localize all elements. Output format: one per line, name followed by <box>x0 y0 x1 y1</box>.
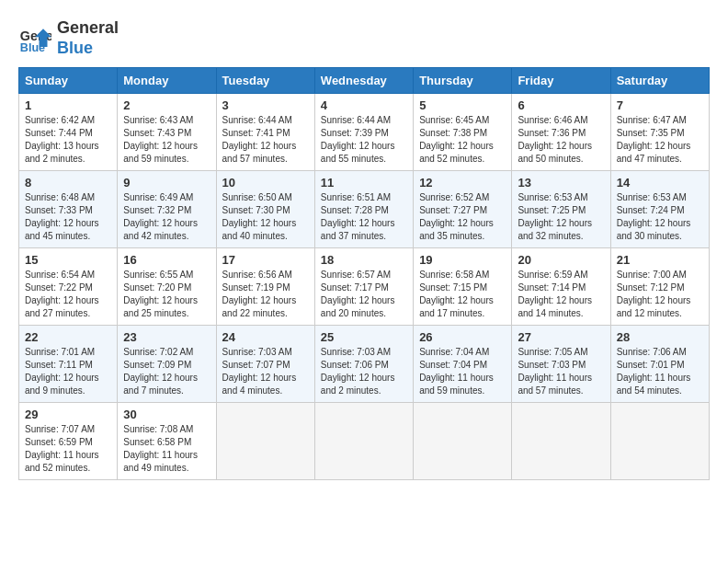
calendar-cell: 12 Sunrise: 6:52 AM Sunset: 7:27 PM Dayl… <box>414 171 512 248</box>
header-friday: Friday <box>512 68 610 94</box>
day-number: 8 <box>25 176 111 190</box>
calendar-cell: 25 Sunrise: 7:03 AM Sunset: 7:06 PM Dayl… <box>314 326 413 403</box>
day-number: 9 <box>123 176 210 190</box>
header-saturday: Saturday <box>610 68 709 94</box>
calendar-row: 15 Sunrise: 6:54 AM Sunset: 7:22 PM Dayl… <box>19 248 710 326</box>
day-info: Sunrise: 7:04 AM Sunset: 7:04 PM Dayligh… <box>419 346 506 397</box>
calendar-cell: 13 Sunrise: 6:53 AM Sunset: 7:25 PM Dayl… <box>512 171 610 248</box>
day-info: Sunrise: 6:53 AM Sunset: 7:25 PM Dayligh… <box>518 191 604 243</box>
day-number: 6 <box>518 98 604 112</box>
calendar-cell: 22 Sunrise: 7:01 AM Sunset: 7:11 PM Dayl… <box>19 326 118 403</box>
calendar-cell: 6 Sunrise: 6:46 AM Sunset: 7:36 PM Dayli… <box>512 94 610 171</box>
day-info: Sunrise: 6:48 AM Sunset: 7:33 PM Dayligh… <box>25 191 111 243</box>
day-number: 21 <box>617 253 703 267</box>
day-number: 1 <box>25 98 111 112</box>
calendar-cell: 24 Sunrise: 7:03 AM Sunset: 7:07 PM Dayl… <box>216 326 314 403</box>
calendar-table: SundayMondayTuesdayWednesdayThursdayFrid… <box>18 67 710 480</box>
day-info: Sunrise: 6:52 AM Sunset: 7:27 PM Dayligh… <box>419 191 506 243</box>
calendar-row: 29 Sunrise: 7:07 AM Sunset: 6:59 PM Dayl… <box>19 403 710 480</box>
day-number: 23 <box>123 330 210 344</box>
day-info: Sunrise: 7:07 AM Sunset: 6:59 PM Dayligh… <box>25 423 111 475</box>
day-number: 5 <box>419 98 506 112</box>
calendar-cell: 29 Sunrise: 7:07 AM Sunset: 6:59 PM Dayl… <box>19 403 118 480</box>
day-number: 3 <box>222 98 309 112</box>
calendar-row: 22 Sunrise: 7:01 AM Sunset: 7:11 PM Dayl… <box>19 326 710 403</box>
calendar-cell: 17 Sunrise: 6:56 AM Sunset: 7:19 PM Dayl… <box>216 248 314 326</box>
calendar-cell: 1 Sunrise: 6:42 AM Sunset: 7:44 PM Dayli… <box>19 94 118 171</box>
day-info: Sunrise: 7:02 AM Sunset: 7:09 PM Dayligh… <box>123 346 210 397</box>
calendar-header-row: SundayMondayTuesdayWednesdayThursdayFrid… <box>19 68 710 94</box>
day-info: Sunrise: 7:01 AM Sunset: 7:11 PM Dayligh… <box>25 346 111 397</box>
day-number: 12 <box>419 176 506 190</box>
header-wednesday: Wednesday <box>314 68 413 94</box>
calendar-cell: 26 Sunrise: 7:04 AM Sunset: 7:04 PM Dayl… <box>414 326 512 403</box>
logo: General Blue General Blue <box>18 18 119 58</box>
day-info: Sunrise: 6:57 AM Sunset: 7:17 PM Dayligh… <box>321 269 407 320</box>
day-info: Sunrise: 6:46 AM Sunset: 7:36 PM Dayligh… <box>518 114 604 166</box>
day-info: Sunrise: 7:03 AM Sunset: 7:07 PM Dayligh… <box>222 346 309 397</box>
calendar-row: 8 Sunrise: 6:48 AM Sunset: 7:33 PM Dayli… <box>19 171 710 248</box>
day-number: 26 <box>419 330 506 344</box>
calendar-cell: 30 Sunrise: 7:08 AM Sunset: 6:58 PM Dayl… <box>118 403 216 480</box>
day-info: Sunrise: 6:51 AM Sunset: 7:28 PM Dayligh… <box>321 191 407 243</box>
day-number: 20 <box>518 253 604 267</box>
calendar-cell: 8 Sunrise: 6:48 AM Sunset: 7:33 PM Dayli… <box>19 171 118 248</box>
logo-general: General <box>57 18 119 39</box>
logo-blue: Blue <box>57 39 119 59</box>
calendar-cell: 11 Sunrise: 6:51 AM Sunset: 7:28 PM Dayl… <box>314 171 413 248</box>
page-header: General Blue General Blue <box>18 18 710 58</box>
header-monday: Monday <box>118 68 216 94</box>
day-info: Sunrise: 6:49 AM Sunset: 7:32 PM Dayligh… <box>123 191 210 243</box>
day-number: 15 <box>25 253 111 267</box>
day-info: Sunrise: 6:59 AM Sunset: 7:14 PM Dayligh… <box>518 269 604 320</box>
calendar-cell: 4 Sunrise: 6:44 AM Sunset: 7:39 PM Dayli… <box>314 94 413 171</box>
day-number: 14 <box>617 176 703 190</box>
day-info: Sunrise: 6:44 AM Sunset: 7:41 PM Dayligh… <box>222 114 309 166</box>
day-info: Sunrise: 6:56 AM Sunset: 7:19 PM Dayligh… <box>222 269 309 320</box>
day-info: Sunrise: 7:05 AM Sunset: 7:03 PM Dayligh… <box>518 346 604 397</box>
day-info: Sunrise: 7:00 AM Sunset: 7:12 PM Dayligh… <box>617 269 703 320</box>
day-info: Sunrise: 6:44 AM Sunset: 7:39 PM Dayligh… <box>321 114 407 166</box>
day-number: 27 <box>518 330 604 344</box>
header-sunday: Sunday <box>19 68 118 94</box>
calendar-cell: 21 Sunrise: 7:00 AM Sunset: 7:12 PM Dayl… <box>610 248 709 326</box>
day-info: Sunrise: 7:08 AM Sunset: 6:58 PM Dayligh… <box>123 423 210 475</box>
calendar-cell: 18 Sunrise: 6:57 AM Sunset: 7:17 PM Dayl… <box>314 248 413 326</box>
calendar-cell: 14 Sunrise: 6:53 AM Sunset: 7:24 PM Dayl… <box>610 171 709 248</box>
day-number: 18 <box>321 253 407 267</box>
day-number: 2 <box>123 98 210 112</box>
day-number: 30 <box>123 408 210 421</box>
day-info: Sunrise: 7:03 AM Sunset: 7:06 PM Dayligh… <box>321 346 407 397</box>
header-thursday: Thursday <box>414 68 512 94</box>
calendar-cell <box>610 403 709 480</box>
calendar-cell: 16 Sunrise: 6:55 AM Sunset: 7:20 PM Dayl… <box>118 248 216 326</box>
calendar-cell: 28 Sunrise: 7:06 AM Sunset: 7:01 PM Dayl… <box>610 326 709 403</box>
calendar-cell: 2 Sunrise: 6:43 AM Sunset: 7:43 PM Dayli… <box>118 94 216 171</box>
day-number: 28 <box>617 330 703 344</box>
day-number: 22 <box>25 330 111 344</box>
day-number: 11 <box>321 176 407 190</box>
day-number: 7 <box>617 98 703 112</box>
calendar-cell: 10 Sunrise: 6:50 AM Sunset: 7:30 PM Dayl… <box>216 171 314 248</box>
day-info: Sunrise: 6:43 AM Sunset: 7:43 PM Dayligh… <box>123 114 210 166</box>
day-number: 13 <box>518 176 604 190</box>
day-number: 4 <box>321 98 407 112</box>
day-info: Sunrise: 7:06 AM Sunset: 7:01 PM Dayligh… <box>617 346 703 397</box>
day-info: Sunrise: 6:53 AM Sunset: 7:24 PM Dayligh… <box>617 191 703 243</box>
calendar-cell <box>414 403 512 480</box>
calendar-cell: 15 Sunrise: 6:54 AM Sunset: 7:22 PM Dayl… <box>19 248 118 326</box>
day-number: 19 <box>419 253 506 267</box>
calendar-cell <box>512 403 610 480</box>
logo-icon: General Blue <box>18 22 51 55</box>
day-info: Sunrise: 6:55 AM Sunset: 7:20 PM Dayligh… <box>123 269 210 320</box>
calendar-row: 1 Sunrise: 6:42 AM Sunset: 7:44 PM Dayli… <box>19 94 710 171</box>
day-number: 29 <box>25 408 111 421</box>
day-number: 10 <box>222 176 309 190</box>
calendar-cell: 3 Sunrise: 6:44 AM Sunset: 7:41 PM Dayli… <box>216 94 314 171</box>
calendar-cell: 20 Sunrise: 6:59 AM Sunset: 7:14 PM Dayl… <box>512 248 610 326</box>
day-info: Sunrise: 6:47 AM Sunset: 7:35 PM Dayligh… <box>617 114 703 166</box>
calendar-cell: 19 Sunrise: 6:58 AM Sunset: 7:15 PM Dayl… <box>414 248 512 326</box>
calendar-cell: 9 Sunrise: 6:49 AM Sunset: 7:32 PM Dayli… <box>118 171 216 248</box>
day-number: 17 <box>222 253 309 267</box>
calendar-cell: 27 Sunrise: 7:05 AM Sunset: 7:03 PM Dayl… <box>512 326 610 403</box>
